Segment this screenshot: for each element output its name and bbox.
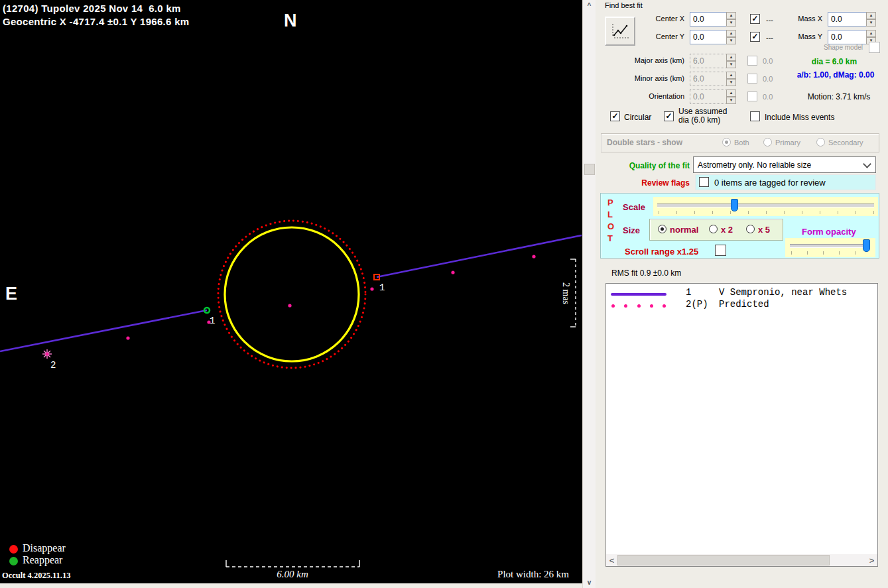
predicted-dot-swatch	[611, 304, 615, 308]
size-x2-label: x 2	[721, 225, 733, 235]
plot-controls-box: P L O T Scale Size normal x 2 x 5 Form o…	[600, 193, 879, 259]
mass-x-spinner[interactable]: ▲▼	[866, 12, 876, 27]
plot-geocentric-line: Geocentric X -4717.4 ±0.1 Y 1966.6 km	[3, 16, 189, 27]
include-miss-checkbox[interactable]	[750, 111, 760, 121]
chord-1-number: 1	[686, 287, 691, 298]
rms-fit-label: RMS fit 0.9 ±0.0 km	[611, 268, 681, 278]
list-scroll-right-button[interactable]: >	[866, 554, 877, 566]
double-stars-primary-label: Primary	[775, 139, 800, 147]
double-stars-both-radio	[722, 138, 731, 147]
scale-slider-label: Scale	[623, 202, 645, 212]
plot-width-label: Plot width: 26 km	[470, 569, 569, 580]
minor-axis-label: Minor axis (km)	[609, 74, 684, 82]
size-normal-radio[interactable]	[658, 225, 666, 233]
double-stars-label: Double stars - show	[607, 138, 682, 147]
mas-scale-label: 2 mas	[560, 266, 571, 321]
size-x5-radio[interactable]	[746, 225, 755, 233]
double-stars-secondary-label: Secondary	[828, 139, 863, 147]
dropdown-chevron-icon	[863, 160, 871, 168]
occultation-plot-area[interactable]: 112 (12704) Tupolev 2025 Nov 14 6.0 km G…	[0, 0, 582, 583]
list-scroll-left-button[interactable]: <	[606, 554, 617, 566]
scroll-up-button[interactable]: ^	[583, 0, 596, 11]
chord-line-1[interactable]	[0, 310, 207, 351]
include-miss-label: Include Miss events	[765, 113, 834, 122]
use-assumed-line2: dia (6.0 km)	[678, 115, 720, 125]
scale-slider[interactable]	[653, 197, 878, 216]
minor-axis-input: 6.0	[690, 72, 727, 86]
chord-list-box[interactable]: 1 V Sempronio, near Whets 2(P) Predicted…	[605, 283, 878, 567]
occult-app-window: 112 (12704) Tupolev 2025 Nov 14 6.0 km G…	[0, 0, 888, 588]
north-label: N	[284, 11, 297, 31]
ab-dmag-readout: a/b: 1.00, dMag: 0.00	[791, 70, 881, 80]
vertical-scrollbar-thumb[interactable]	[584, 164, 595, 175]
circular-checkbox[interactable]	[610, 111, 620, 121]
diameter-readout: dia = 6.0 km	[794, 57, 874, 66]
predicted-dot	[370, 287, 373, 290]
orientation-spinner: ▲▼	[726, 89, 736, 104]
find-best-fit-label: Find best fit	[605, 1, 643, 9]
use-assumed-line1: Use assumed	[678, 107, 727, 116]
predicted-dot	[126, 336, 129, 339]
use-assumed-dia-checkbox[interactable]	[664, 111, 674, 121]
fit-control-panel: Find best fit Center X 0.0 ▲▼ --- Mass X…	[596, 0, 888, 588]
asteroid-outline-circle	[225, 227, 359, 361]
site2-marker-label: 2	[50, 360, 56, 371]
scale-slider-thumb[interactable]	[731, 199, 738, 211]
predicted-dot	[288, 304, 291, 307]
orientation-label: Orientation	[609, 92, 684, 100]
disappear-legend-icon	[9, 545, 18, 554]
form-opacity-groove	[790, 244, 869, 248]
scale-slider-ticks	[659, 211, 874, 214]
use-assumed-dia-label: Use assumed dia (6.0 km)	[678, 107, 727, 125]
double-stars-secondary-radio	[816, 138, 825, 147]
plot-title: (12704) Tupolev 2025 Nov 14 6.0 km	[3, 3, 181, 14]
center-x-dash: ---	[766, 16, 773, 24]
review-flags-text: 0 items are tagged for review	[714, 178, 826, 188]
minor-axis-sigma: 0.0	[763, 75, 773, 83]
predicted-dot-swatch	[637, 304, 641, 308]
orientation-checkbox	[747, 91, 757, 101]
center-y-label: Center Y	[622, 32, 684, 40]
predicted-dot-swatch	[663, 304, 666, 308]
size-group-label: Size	[623, 225, 640, 235]
size-x2-radio[interactable]	[709, 225, 718, 233]
plot-letter-p: P	[607, 198, 613, 207]
list-horizontal-scrollbar[interactable]: < >	[606, 554, 877, 566]
plot-letter-t: T	[607, 233, 613, 243]
chord-line-1[interactable]	[377, 235, 582, 277]
size-x5-label: x 5	[758, 225, 770, 235]
major-axis-spinner: ▲▼	[726, 54, 736, 68]
mass-y-input[interactable]: 0.0	[828, 30, 867, 44]
east-label: E	[5, 284, 17, 304]
chord-2-name: Predicted	[719, 299, 769, 310]
quality-of-fit-dropdown[interactable]: Astrometry only. No reliable size	[693, 156, 876, 173]
center-x-checkbox[interactable]	[750, 14, 760, 24]
center-x-label: Center X	[622, 15, 684, 23]
form-opacity-ticks	[791, 251, 869, 255]
center-y-spinner[interactable]: ▲▼	[726, 30, 736, 44]
form-opacity-thumb[interactable]	[863, 239, 870, 252]
minor-axis-checkbox	[747, 74, 757, 84]
predicted-dot	[451, 270, 454, 274]
review-flags-field: 0 items are tagged for review	[695, 174, 876, 190]
double-stars-both-label: Both	[734, 139, 749, 147]
double-stars-primary-radio	[763, 138, 772, 147]
mass-x-input[interactable]: 0.0	[828, 12, 867, 27]
plot-vertical-scrollbar[interactable]: ^ v	[582, 0, 596, 588]
center-x-input[interactable]: 0.0	[690, 12, 727, 27]
double-stars-group: Double stars - show Both Primary Seconda…	[601, 133, 879, 152]
center-y-input[interactable]: 0.0	[690, 30, 727, 44]
review-flags-checkbox[interactable]	[699, 177, 709, 187]
center-x-spinner[interactable]: ▲▼	[726, 12, 736, 27]
scale-bar-label: 6.00 km	[259, 569, 326, 580]
predicted-dot-swatch	[624, 304, 627, 308]
form-opacity-slider[interactable]	[785, 238, 875, 257]
review-flags-label: Review flags	[622, 178, 690, 188]
scroll-range-checkbox[interactable]	[715, 245, 726, 256]
scroll-down-button[interactable]: v	[583, 577, 596, 588]
orientation-input: 0.0	[690, 89, 727, 104]
mass-y-label: Mass Y	[783, 32, 822, 40]
center-y-checkbox[interactable]	[750, 32, 760, 42]
reappear-legend-label: Reappear	[23, 554, 62, 566]
list-scrollbar-thumb[interactable]	[617, 555, 830, 565]
